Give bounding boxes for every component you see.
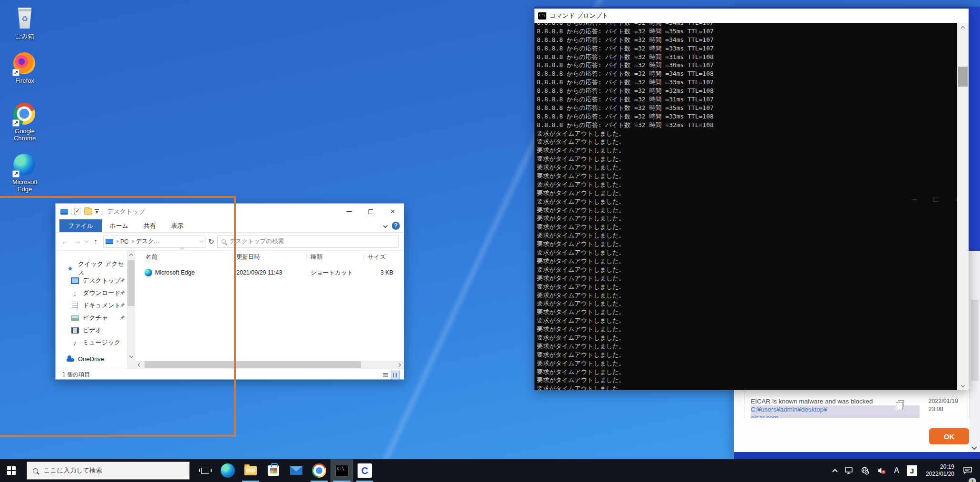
- ok-button[interactable]: OK: [929, 428, 969, 444]
- terminal-line: 要求がタイムアウトしました。: [537, 240, 954, 248]
- tray-volume[interactable]: [874, 459, 889, 482]
- blocked-file-path-line2[interactable]: eicar.com: [751, 413, 920, 418]
- chrome-icon: [312, 463, 326, 478]
- maximize-button[interactable]: [360, 204, 382, 219]
- column-header-size[interactable]: サイズ: [364, 253, 399, 261]
- chevron-down-icon[interactable]: [971, 444, 977, 450]
- minimize-button[interactable]: [338, 204, 360, 219]
- pictures-icon: [71, 314, 79, 322]
- scroll-down-icon[interactable]: [957, 382, 969, 390]
- taskbar-edge[interactable]: [216, 459, 239, 482]
- refresh-icon[interactable]: ↻: [208, 237, 214, 246]
- close-button[interactable]: ✕: [382, 204, 404, 219]
- tray-app-j[interactable]: J: [904, 459, 920, 482]
- address-dropdown-icon[interactable]: [200, 239, 204, 243]
- sidebar-item-download[interactable]: ダウンロード: [56, 287, 127, 299]
- cmd-output-area[interactable]: 8.8.8.8 からの応答: バイト数 =32 時間 =34ms TTL=107…: [534, 23, 969, 390]
- column-header-name[interactable]: 名前: [135, 253, 233, 261]
- taskbar-mail[interactable]: [285, 459, 308, 482]
- copy-icon[interactable]: [898, 400, 904, 407]
- back-button[interactable]: ←: [60, 237, 70, 246]
- cmd-scrollbar[interactable]: [957, 23, 969, 390]
- horizontal-scrollbar[interactable]: [135, 361, 404, 369]
- scroll-right-icon[interactable]: [396, 361, 404, 369]
- breadcrumb[interactable]: PC デスク...: [103, 236, 205, 248]
- recent-locations-icon[interactable]: [85, 239, 88, 243]
- action-center-button[interactable]: 1: [960, 459, 977, 482]
- terminal-line: 8.8.8.8 からの応答: バイト数 =32 時間 =33ms TTL=107: [537, 44, 954, 53]
- desktop-icon-firefox[interactable]: ↗ Firefox: [6, 52, 44, 84]
- forward-button[interactable]: →: [73, 237, 82, 246]
- new-folder-qat-icon[interactable]: [84, 208, 92, 215]
- tray-display[interactable]: [842, 459, 856, 482]
- column-header-modified[interactable]: 更新日時: [233, 253, 307, 261]
- edge-icon: [221, 463, 235, 478]
- pin-icon: [120, 315, 125, 320]
- terminal-line: 要求がタイムアウトしました。: [537, 231, 954, 240]
- taskbar-explorer[interactable]: [239, 459, 262, 482]
- file-row[interactable]: Microsoft Edge 2021/09/29 11:43 ショートカット …: [135, 267, 404, 278]
- scrollbar-thumb[interactable]: [145, 361, 361, 368]
- terminal-output: 8.8.8.8 からの応答: バイト数 =32 時間 =34ms TTL=107…: [537, 23, 954, 390]
- breadcrumb-root[interactable]: PC: [120, 238, 128, 245]
- scrollbar-thumb[interactable]: [971, 300, 979, 381]
- alert-list-scrollbar[interactable]: [970, 251, 980, 452]
- explorer-search-input[interactable]: デスクトップの検索: [217, 236, 399, 248]
- scroll-up-icon[interactable]: [957, 23, 969, 31]
- pin-icon: [120, 278, 125, 283]
- properties-qat-icon[interactable]: [74, 208, 80, 215]
- qat-dropdown-icon[interactable]: ▼: [95, 209, 99, 214]
- desktop-icon-google-chrome[interactable]: ↗ Google Chrome: [6, 103, 44, 142]
- desktop-icon-recycle-bin[interactable]: ごみ箱: [6, 7, 44, 41]
- sidebar-item-label: ダウンロード: [83, 289, 121, 297]
- edge-shortcut-icon: [145, 269, 152, 276]
- separator: |: [70, 208, 72, 215]
- sidebar-item-document[interactable]: ドキュメント: [56, 299, 127, 312]
- blocked-file-path-line1[interactable]: C:¥users¥admin¥desktop¥: [751, 405, 920, 413]
- sidebar-item-video[interactable]: ビデオ: [56, 324, 127, 336]
- taskbar-store[interactable]: [262, 459, 285, 482]
- sidebar-item-desktop[interactable]: デスクトップ: [56, 275, 127, 287]
- scroll-up-icon[interactable]: [127, 251, 135, 259]
- help-button[interactable]: ?: [392, 222, 400, 230]
- task-view-button[interactable]: [194, 459, 216, 482]
- nav-scrollbar[interactable]: [127, 251, 135, 369]
- scroll-down-icon[interactable]: [127, 353, 135, 361]
- taskbar-chrome[interactable]: [308, 459, 330, 482]
- ime-mode-indicator[interactable]: A: [891, 459, 902, 482]
- tab-share[interactable]: 共有: [136, 219, 164, 232]
- taskbar-command-prompt[interactable]: [330, 459, 353, 482]
- up-button[interactable]: ↑: [91, 237, 100, 246]
- file-size: 3 KB: [364, 269, 399, 276]
- terminal-line: 要求がタイムアウトしました。: [537, 299, 954, 308]
- column-header-type[interactable]: 種類: [307, 253, 364, 261]
- sidebar-item-onedrive[interactable]: OneDrive: [56, 353, 127, 365]
- taskbar-security-app[interactable]: C: [353, 459, 376, 482]
- sidebar-item-star[interactable]: クイック アクセス: [56, 262, 127, 275]
- cmd-titlebar[interactable]: コマンド プロンプト ✕: [534, 9, 969, 23]
- sidebar-item-music[interactable]: ミュージック: [56, 336, 127, 349]
- location-icon: [106, 239, 113, 244]
- details-view-button[interactable]: [381, 371, 390, 379]
- scroll-left-icon[interactable]: [135, 361, 143, 369]
- clock-date: 2022/01/20: [926, 471, 954, 478]
- tab-file[interactable]: ファイル: [59, 219, 102, 232]
- expand-ribbon-icon[interactable]: [383, 224, 388, 228]
- icons-view-button[interactable]: [391, 371, 400, 379]
- show-hidden-icons-button[interactable]: [830, 459, 840, 482]
- terminal-line: 要求がタイムアウトしました。: [537, 248, 954, 257]
- start-button[interactable]: [0, 459, 23, 482]
- alert-timestamp: 2022/01/19 23:08: [928, 397, 958, 413]
- taskbar-clock[interactable]: 20:19 2022/01/20: [922, 463, 958, 478]
- mail-icon: [290, 466, 302, 475]
- taskbar-search-input[interactable]: ここに入力して検索: [27, 462, 190, 480]
- tab-home[interactable]: ホーム: [102, 219, 136, 232]
- breadcrumb-current[interactable]: デスク...: [136, 237, 159, 246]
- sidebar-item-pictures[interactable]: ピクチャ: [56, 312, 127, 324]
- tray-network[interactable]: [858, 459, 872, 482]
- tab-view[interactable]: 表示: [164, 219, 191, 232]
- explorer-titlebar[interactable]: | ▼ | デスクトップ ✕: [56, 204, 404, 219]
- scrollbar-thumb[interactable]: [127, 260, 135, 306]
- scrollbar-thumb[interactable]: [958, 67, 968, 87]
- desktop-icon-microsoft-edge[interactable]: ↗ Microsoft Edge: [6, 154, 44, 193]
